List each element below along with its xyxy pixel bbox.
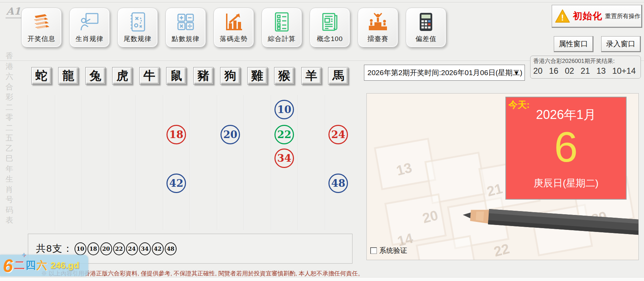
watermark-char: 四: [25, 259, 37, 271]
initialize-label: 初始化: [573, 10, 602, 22]
number-ball-20: 20: [220, 125, 240, 144]
calendar-month: 2026年1月: [506, 106, 626, 123]
zodiac-button-11[interactable]: 羊: [301, 67, 321, 85]
toolbar-button-books[interactable]: 开奖信息: [21, 8, 62, 47]
zodiac-number-grid: 1018202224344248: [28, 95, 352, 230]
system-verify-label: 系统验证: [379, 246, 407, 255]
initialize-description: 重置所有操作: [605, 12, 641, 20]
zodiac-button-10[interactable]: 猴: [274, 67, 294, 85]
toolbar-button-label: 生肖规律: [76, 34, 103, 43]
result-numbers: 20 16 02 21 13 10+14: [533, 66, 638, 76]
summary-number-42: 42: [152, 242, 164, 255]
calendar-panel: 1322232120291422 今天: 2026年1月 6 庚辰日(星期二) …: [366, 93, 639, 260]
books-icon: [30, 11, 53, 33]
number-ball-22: 22: [274, 125, 294, 144]
zodiac-cell: 猴: [271, 67, 298, 85]
number-ball-34: 34: [274, 148, 294, 168]
toolbar-button-checklist[interactable]: 綜合計算: [262, 8, 302, 47]
vertical-title-char: 肖: [5, 184, 14, 195]
vertical-title-char: 巳: [5, 153, 14, 164]
toolbar-button-podium[interactable]: 擂臺賽: [358, 8, 398, 47]
zodiac-button-8[interactable]: 狗: [220, 67, 240, 85]
sparkle-icon: ✦: [21, 251, 27, 259]
zodiac-button-1[interactable]: 蛇: [31, 67, 52, 85]
zodiac-cell: 牛: [136, 67, 163, 85]
warning-triangle-icon: !: [555, 9, 570, 23]
grid-column: [325, 95, 352, 230]
newspaper-icon: [319, 11, 341, 33]
presentation-icon: [78, 11, 101, 33]
checklist-icon: [271, 11, 293, 33]
vertical-title-char: 二: [5, 102, 14, 113]
checkbox-icon[interactable]: [370, 247, 377, 254]
toolbar-button-label: 落碼走勢: [220, 34, 248, 43]
number-ball-18: 18: [166, 125, 186, 144]
zodiac-cell: 兔: [82, 67, 109, 85]
vertical-title-char: 港: [5, 61, 14, 72]
toolbar-button-presentation[interactable]: 生肖规律: [69, 8, 110, 47]
summary-number-18: 18: [87, 242, 99, 255]
number-ball-10: 10: [274, 100, 294, 119]
toolbar-button-label: 綜合計算: [268, 34, 296, 43]
app-window: A1 开奖信息生肖规律尾数规律點數規律落碼走勢綜合計算概念100擂臺賽偏差值 !…: [0, 0, 644, 281]
zodiac-button-6[interactable]: 鼠: [166, 67, 186, 85]
zodiac-button-2[interactable]: 龍: [58, 67, 78, 85]
zodiac-button-9[interactable]: 雞: [247, 67, 267, 85]
grid-column: [298, 95, 325, 230]
zodiac-cell: 雞: [244, 67, 271, 85]
zodiac-cell: 豬: [190, 67, 217, 85]
summary-number-34: 34: [139, 242, 151, 255]
watermark-char: 六: [37, 259, 48, 271]
toolbar-button-label: 偏差值: [416, 34, 436, 43]
zodiac-button-4[interactable]: 虎: [112, 67, 132, 85]
watermark-text: 二四六: [14, 258, 48, 273]
disclaimer-text: ※ 以上內容引用香港正版六合彩資料, 僅提供參考, 不保證其正確性, 閱覽者若用…: [41, 270, 364, 278]
zodiac-button-3[interactable]: 兔: [85, 67, 106, 85]
toolbar-button-playbook[interactable]: 尾数规律: [117, 8, 158, 47]
property-window-button[interactable]: 属性窗口: [554, 36, 593, 52]
zodiac-cell: 蛇: [28, 67, 55, 85]
grid-column: [28, 95, 55, 230]
zodiac-row: 蛇龍兔虎牛鼠豬狗雞猴羊馬: [28, 67, 352, 85]
watermark-domain: 246.gd: [51, 260, 79, 271]
summary-number-20: 20: [100, 242, 112, 255]
watermark-badge: ✦ 6 二四六 246.gd: [0, 255, 88, 276]
summary-numbers: 1018202224344248: [73, 242, 177, 255]
toolbar-button-label: 尾数规律: [124, 34, 152, 43]
calculator-icon: [415, 11, 437, 33]
vertical-title-char: 彩: [5, 92, 14, 102]
entry-window-button[interactable]: 录入窗口: [601, 36, 641, 52]
svg-text:!: !: [561, 13, 564, 22]
number-ball-42: 42: [166, 174, 186, 193]
draw-selector[interactable]: 2026年第2期开奖时间:2026年01月06日(星期二) ▼: [364, 65, 525, 81]
toolbar-button-label: 概念100: [317, 34, 343, 43]
vertical-title-char: 二: [5, 123, 14, 133]
zodiac-cell: 馬: [325, 67, 352, 85]
toolbar-button-math[interactable]: 點數規律: [165, 8, 206, 47]
zodiac-button-7[interactable]: 豬: [193, 67, 214, 85]
math-icon: [174, 11, 197, 33]
top-divider: [0, 2, 644, 2]
chevron-down-icon[interactable]: ▼: [513, 69, 520, 77]
zodiac-cell: 龍: [55, 67, 82, 85]
summary-label: 共8支：: [36, 242, 73, 255]
vertical-title-char: 乙: [5, 143, 14, 154]
vertical-title-char: 香: [5, 51, 14, 61]
grid-column: [55, 95, 82, 230]
toolbar-button-bar-chart[interactable]: 落碼走勢: [214, 8, 254, 47]
toolbar-button-newspaper[interactable]: 概念100: [310, 8, 350, 47]
zodiac-cell: 羊: [298, 67, 325, 85]
zodiac-cell: 狗: [217, 67, 244, 85]
grid-column: [82, 95, 109, 230]
calendar-day: 6: [506, 122, 626, 172]
result-panel: 香港六合彩2026001期开奖结果: 20 16 02 21 13 10+14: [530, 56, 641, 79]
today-card: 今天: 2026年1月 6 庚辰日(星期二): [505, 97, 627, 200]
initialize-button[interactable]: ! 初始化 重置所有操作: [552, 5, 642, 28]
system-verify-checkbox[interactable]: 系统验证: [370, 246, 407, 255]
zodiac-button-5[interactable]: 牛: [139, 67, 160, 85]
zodiac-button-12[interactable]: 馬: [328, 67, 348, 85]
toolbar-button-calculator[interactable]: 偏差值: [406, 8, 446, 47]
vertical-title-char: 五: [5, 133, 14, 143]
grid-column: [190, 95, 217, 230]
zodiac-cell: 虎: [109, 67, 136, 85]
